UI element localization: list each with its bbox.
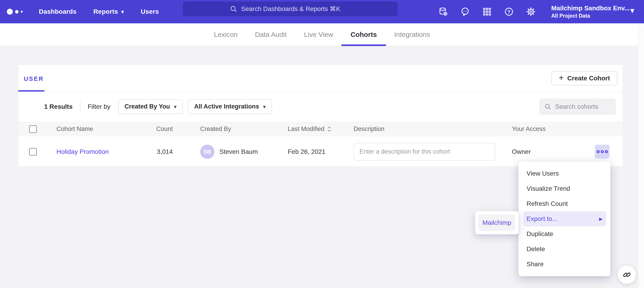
- plus-icon: +: [559, 74, 564, 82]
- select-all-checkbox[interactable]: [29, 125, 37, 133]
- tab-integrations[interactable]: Integrations: [394, 23, 430, 46]
- menu-item-refresh-count[interactable]: Refresh Count: [518, 196, 610, 211]
- avatar: SB: [200, 145, 214, 159]
- col-created-by: Created By: [173, 125, 288, 132]
- integrations-filter[interactable]: All Active Integrations ▾: [188, 99, 272, 114]
- tab-cohorts[interactable]: Cohorts: [350, 23, 377, 46]
- create-cohort-button[interactable]: + Create Cohort: [552, 71, 617, 85]
- search-icon: [230, 5, 238, 13]
- menu-item-visualize-trend[interactable]: Visualize Trend: [518, 181, 610, 196]
- nav-reports[interactable]: Reports ▾: [94, 8, 124, 15]
- results-count: 1 Results: [44, 103, 73, 110]
- menu-item-duplicate[interactable]: Duplicate: [518, 226, 610, 241]
- last-modified-date: Feb 26, 2021: [288, 148, 354, 156]
- menu-item-export-to[interactable]: Export to... ▶: [523, 211, 606, 226]
- col-your-access: Your Access: [512, 125, 623, 132]
- row-context-menu: View Users Visualize Trend Refresh Count…: [518, 161, 610, 276]
- tab-user-cohorts[interactable]: USER: [24, 75, 44, 82]
- topbar: Dashboards Reports ▾ Users: [0, 0, 644, 23]
- chevron-down-icon: ▾: [121, 9, 124, 15]
- topbar-icons: ?: [438, 0, 536, 23]
- feedback-icon[interactable]: [460, 7, 470, 17]
- menu-item-share[interactable]: Share: [518, 257, 610, 272]
- secondary-tabs: Lexicon Data Audit Live View Cohorts Int…: [0, 23, 644, 46]
- settings-gear-icon[interactable]: [526, 7, 536, 17]
- account-switcher[interactable]: Mailchimp Sandbox Env... All Project Dat…: [551, 0, 630, 23]
- menu-item-delete[interactable]: Delete: [518, 241, 610, 257]
- filter-row: 1 Results Filter by Created By You ▾ All…: [18, 92, 623, 121]
- scrollbar-track[interactable]: [638, 23, 644, 288]
- nav-users[interactable]: Users: [141, 8, 159, 15]
- submenu-arrow-icon: ▶: [599, 216, 603, 222]
- table-header: Cohort Name Count Created By Last Modifi…: [18, 121, 623, 136]
- submenu-item-mailchimp[interactable]: Mailchimp: [478, 215, 515, 231]
- account-caret-icon[interactable]: ▼: [629, 7, 636, 15]
- apps-grid-icon[interactable]: [482, 7, 492, 17]
- copy-link-fab[interactable]: [618, 265, 636, 284]
- mixpanel-cohorts-page: { "colors": { "topbar_bg": "#4a41d4", "a…: [0, 0, 644, 288]
- chevron-down-icon: ▾: [263, 104, 266, 109]
- link-icon: [622, 270, 632, 279]
- cohort-count: 3,014: [135, 148, 173, 156]
- created-by-filter[interactable]: Created By You ▾: [118, 99, 183, 114]
- cohort-search[interactable]: [539, 98, 616, 115]
- mixpanel-logo-icon[interactable]: [7, 9, 28, 15]
- account-project: All Project Data: [551, 13, 630, 19]
- col-last-modified[interactable]: Last Modified: [288, 125, 354, 132]
- global-search-input[interactable]: [241, 5, 351, 13]
- top-nav: Dashboards Reports ▾ Users: [39, 8, 159, 15]
- tab-live-view[interactable]: Live View: [304, 23, 333, 46]
- row-checkbox[interactable]: [29, 148, 37, 156]
- export-submenu: Mailchimp: [475, 211, 518, 234]
- col-description: Description: [354, 125, 512, 132]
- data-management-icon[interactable]: [438, 7, 448, 17]
- search-icon: [544, 103, 552, 110]
- sort-icon: [327, 126, 332, 132]
- divider: [80, 102, 80, 111]
- cohorts-card: USER + Create Cohort 1 Results Filter by…: [18, 65, 623, 167]
- description-input[interactable]: [354, 143, 495, 161]
- menu-item-view-users[interactable]: View Users: [518, 166, 610, 181]
- global-search[interactable]: [183, 2, 398, 16]
- filter-by-label: Filter by: [88, 103, 110, 110]
- tab-lexicon[interactable]: Lexicon: [214, 23, 238, 46]
- help-icon[interactable]: ?: [504, 7, 514, 17]
- section-tab-row: USER + Create Cohort: [18, 65, 623, 92]
- created-by-name: Steven Baum: [220, 148, 258, 156]
- col-cohort-name: Cohort Name: [56, 125, 135, 132]
- cohort-search-input[interactable]: [555, 103, 610, 110]
- cohort-name-link[interactable]: Holiday Promotion: [56, 148, 109, 155]
- nav-dashboards[interactable]: Dashboards: [39, 8, 76, 15]
- account-name: Mailchimp Sandbox Env...: [551, 5, 630, 12]
- svg-text:?: ?: [508, 9, 510, 15]
- chevron-down-icon: ▾: [174, 104, 176, 109]
- row-overflow-menu-button[interactable]: [595, 145, 610, 159]
- tab-data-audit[interactable]: Data Audit: [255, 23, 286, 46]
- col-count: Count: [135, 125, 173, 132]
